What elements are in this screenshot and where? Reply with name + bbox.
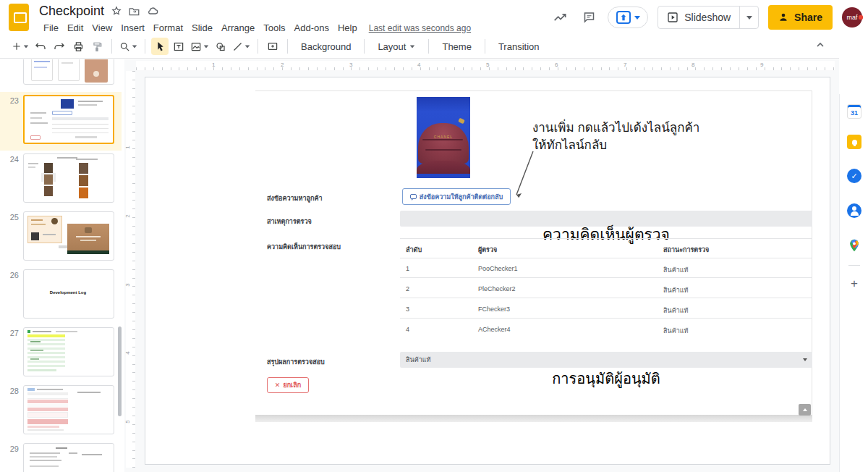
- slide-thumbnail-27[interactable]: [23, 327, 114, 376]
- background-button[interactable]: Background: [294, 38, 358, 55]
- zoom-button[interactable]: [118, 38, 139, 55]
- get-addons-button[interactable]: +: [847, 277, 861, 291]
- theme-button[interactable]: Theme: [435, 38, 478, 55]
- insert-shape-button[interactable]: [212, 38, 229, 55]
- slide-thumbnail-partial[interactable]: [23, 59, 114, 85]
- heading-approval[interactable]: การอนุมัติผู้อนุมัติ: [400, 367, 812, 390]
- art-shape: [27, 392, 68, 395]
- menu-edit[interactable]: Edit: [63, 21, 88, 35]
- art-shape: [27, 330, 30, 333]
- insert-line-caret[interactable]: [245, 45, 250, 48]
- slide-row-partial: [0, 59, 124, 86]
- account-avatar[interactable]: maf: [842, 7, 862, 28]
- table-cell-status: สินค้าแท้: [663, 305, 688, 316]
- menu-arrange[interactable]: Arrange: [217, 21, 259, 35]
- title-block: Checkpoint File Edit View Insert Format …: [39, 2, 471, 35]
- undo-button[interactable]: [32, 38, 49, 55]
- comments-icon[interactable]: [579, 8, 598, 27]
- slide-number: 25: [0, 213, 19, 222]
- art-shape: [30, 112, 46, 114]
- menu-format[interactable]: Format: [149, 21, 187, 35]
- layout-caret: [410, 45, 414, 48]
- toolbar-separator: [145, 39, 145, 54]
- star-icon[interactable]: [111, 6, 122, 16]
- annotation-arrow[interactable]: [507, 148, 539, 203]
- new-slide-button[interactable]: [10, 38, 30, 55]
- art-shape: [34, 61, 50, 62]
- slide-filmstrip: 23 24: [0, 59, 124, 472]
- slide-canvas[interactable]: CHANEL งานเพิ่ม กดแล้วไปเด้งไลน์ลูกค้า ใ…: [145, 77, 830, 465]
- contacts-icon[interactable]: [847, 203, 861, 218]
- new-slide-caret[interactable]: [24, 45, 28, 48]
- menu-help[interactable]: Help: [333, 21, 362, 35]
- toolbar-separator: [364, 39, 365, 54]
- slide-thumbnail-25[interactable]: [23, 211, 114, 261]
- share-person-icon: [778, 12, 788, 22]
- slideshow-label: Slideshow: [684, 12, 731, 23]
- menu-tools[interactable]: Tools: [259, 21, 289, 35]
- insert-image-caret[interactable]: [204, 45, 208, 48]
- menu-slide[interactable]: Slide: [187, 21, 217, 35]
- art-shape: [30, 456, 57, 458]
- activity-dashboard-icon[interactable]: [551, 8, 570, 27]
- tasks-icon[interactable]: ✓: [847, 169, 861, 183]
- field-label-reason: สาเหตุการตรวจ: [267, 216, 312, 227]
- maps-icon[interactable]: [847, 238, 861, 253]
- insert-line-button[interactable]: [231, 38, 252, 55]
- slide-number: 27: [0, 329, 19, 337]
- slideshow-play-icon: [667, 12, 678, 23]
- slideshow-button[interactable]: Slideshow: [658, 6, 759, 29]
- layout-button[interactable]: Layout: [370, 38, 422, 55]
- art-shape: [67, 250, 109, 254]
- art-shape: [51, 218, 58, 224]
- redo-button[interactable]: [51, 38, 68, 55]
- toolbar-separator: [258, 39, 258, 54]
- select-tool-button[interactable]: [151, 38, 169, 55]
- art-shape: [28, 163, 38, 164]
- share-button[interactable]: Share: [768, 5, 833, 30]
- slide-thumbnail-24[interactable]: [23, 153, 114, 203]
- keep-icon[interactable]: [847, 135, 861, 149]
- menu-addons[interactable]: Add-ons: [290, 21, 333, 35]
- art-shape: [27, 419, 68, 424]
- calendar-icon[interactable]: 31: [847, 104, 861, 119]
- heading-inspector-comments[interactable]: ความคิดเห็นผู้ตรวจ: [400, 222, 812, 246]
- art-shape: [37, 389, 63, 390]
- zipper: [458, 118, 465, 125]
- zoom-caret[interactable]: [132, 45, 137, 48]
- text-box-button[interactable]: [170, 38, 187, 55]
- product-photo[interactable]: CHANEL: [417, 97, 470, 178]
- ruler-number: 9: [760, 62, 763, 68]
- annotation-textbox[interactable]: งานเพิ่ม กดแล้วไปเด้งไลน์ลูกค้า ให้ทักไล…: [532, 119, 764, 154]
- present-button[interactable]: [608, 7, 648, 28]
- last-edit-status[interactable]: Last edit was seconds ago: [369, 23, 471, 33]
- cloud-status-icon[interactable]: [147, 7, 158, 15]
- menu-file[interactable]: File: [39, 21, 63, 35]
- ruler-number: 1: [124, 146, 131, 148]
- art-shape: [31, 59, 53, 81]
- document-title[interactable]: Checkpoint: [39, 4, 104, 19]
- slide-thumbnail-26[interactable]: Development Log: [23, 269, 114, 319]
- slide-thumbnail-29[interactable]: [23, 443, 114, 472]
- art-shape: [69, 452, 77, 454]
- table-header-index: ลำดับ: [406, 245, 422, 255]
- menu-insert[interactable]: Insert: [116, 21, 149, 35]
- insert-comment-button[interactable]: [264, 38, 281, 55]
- slide-number: 24: [0, 155, 19, 164]
- insert-image-button[interactable]: [189, 38, 210, 55]
- slideshow-dropdown[interactable]: [739, 7, 758, 28]
- filmstrip-scrollbar[interactable]: [118, 326, 122, 416]
- transition-button[interactable]: Transition: [491, 38, 547, 55]
- art-shape: [30, 465, 59, 467]
- table-cell-status: สินค้าแท้: [663, 265, 688, 275]
- print-button[interactable]: [69, 38, 87, 55]
- move-folder-icon[interactable]: [129, 7, 140, 16]
- paint-format-button[interactable]: [88, 38, 106, 55]
- collapse-toolbar-chevron[interactable]: [814, 39, 826, 51]
- present-dropdown-caret[interactable]: [634, 16, 640, 20]
- menu-view[interactable]: View: [88, 21, 116, 35]
- slide-thumbnail-28[interactable]: [23, 385, 114, 434]
- slide-thumbnail-23[interactable]: [23, 95, 114, 144]
- slide-number: 29: [0, 444, 19, 453]
- google-slides-logo[interactable]: [9, 4, 29, 31]
